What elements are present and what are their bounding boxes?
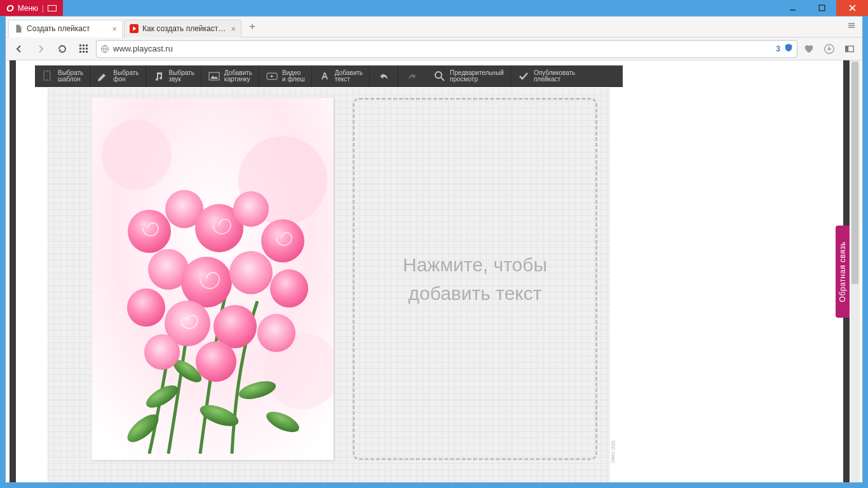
svg-rect-5 (79, 44, 81, 46)
app-menu-button[interactable]: O Меню | (0, 0, 63, 16)
svg-line-22 (441, 78, 444, 81)
undo-icon (377, 70, 390, 83)
url-input[interactable] (113, 44, 772, 53)
tab-title: Создать плейкаст (27, 24, 108, 33)
maximize-button[interactable] (807, 0, 836, 16)
brush-icon (97, 70, 109, 83)
svg-rect-12 (83, 51, 85, 53)
youtube-icon (130, 24, 139, 33)
svg-rect-19 (209, 72, 219, 80)
image-icon (208, 70, 220, 83)
choose-background-button[interactable]: Выбратьфон (90, 65, 146, 87)
reload-button[interactable] (53, 39, 72, 58)
tab-close-icon[interactable]: × (112, 24, 117, 34)
video-icon (266, 70, 278, 83)
blocked-count: 3 (776, 44, 780, 53)
image-slot[interactable] (92, 98, 334, 460)
svg-point-24 (102, 120, 172, 190)
add-text-button[interactable]: Добавитьтекст (312, 65, 370, 87)
new-tab-button[interactable]: + (244, 18, 261, 35)
svg-rect-13 (86, 51, 88, 53)
forward-button[interactable] (31, 39, 50, 58)
tabstrip: Создать плейкаст × Как создать плейкаст … (6, 17, 862, 37)
preview-button[interactable]: Предварительныйпросмотр (427, 65, 511, 87)
publish-button[interactable]: Опубликоватьплейкаст (511, 65, 581, 87)
ruler-label: 950 пикс (610, 440, 616, 463)
tab-menu-button[interactable] (847, 21, 856, 32)
svg-point-39 (181, 257, 232, 308)
text-placeholder: Нажмите, чтобыдобавить текст (403, 250, 547, 308)
svg-rect-7 (86, 44, 88, 46)
svg-point-47 (196, 341, 236, 382)
heart-button[interactable] (800, 40, 818, 58)
shield-icon[interactable] (784, 43, 793, 55)
svg-rect-17 (846, 46, 849, 51)
svg-rect-9 (83, 48, 85, 50)
magnifier-icon (433, 70, 446, 83)
url-field[interactable]: 3 (96, 40, 797, 58)
back-button[interactable] (10, 39, 29, 58)
svg-point-41 (270, 269, 308, 308)
roses-image (92, 98, 334, 460)
svg-rect-11 (79, 51, 81, 53)
vertical-scrollbar[interactable] (850, 60, 860, 482)
choose-template-button[interactable]: Выбратьшаблон (35, 65, 90, 87)
document-icon (14, 24, 23, 33)
minimize-button[interactable] (778, 0, 807, 16)
globe-icon (100, 44, 109, 53)
template-icon (41, 70, 54, 83)
svg-point-37 (261, 219, 304, 262)
svg-rect-18 (44, 71, 50, 80)
flag-icon (48, 5, 57, 11)
svg-rect-10 (86, 48, 88, 50)
svg-point-36 (233, 191, 269, 227)
svg-point-46 (144, 334, 180, 370)
svg-rect-8 (79, 48, 81, 50)
tab-active[interactable]: Создать плейкаст × (8, 20, 123, 37)
feedback-tab[interactable]: Обратная связь (836, 226, 850, 318)
svg-point-45 (257, 314, 295, 352)
tab-close-icon[interactable]: × (231, 24, 236, 34)
tab-inactive[interactable]: Как создать плейкаст - Yo × (124, 20, 241, 37)
tab-title: Как создать плейкаст - Yo (142, 24, 227, 33)
menu-label: Меню (18, 4, 38, 13)
editor-toolbar: Выбратьшаблон Выбратьфон Выбратьзвук Доб… (35, 65, 623, 87)
choose-sound-button[interactable]: Выбратьзвук (146, 65, 201, 87)
text-slot[interactable]: Нажмите, чтобыдобавить текст (353, 98, 597, 460)
page-border-left (10, 60, 16, 482)
address-bar: 3 (6, 37, 862, 60)
add-image-button[interactable]: Добавитькартинку (201, 65, 259, 87)
speed-dial-button[interactable] (74, 39, 93, 58)
svg-point-21 (435, 72, 442, 78)
sidebar-toggle-button[interactable] (841, 40, 858, 58)
add-video-button[interactable]: Видеои флеш (259, 65, 312, 87)
redo-icon (406, 70, 419, 83)
undo-button[interactable] (370, 65, 398, 87)
svg-rect-1 (819, 5, 825, 11)
scrollbar-thumb[interactable] (851, 62, 858, 284)
svg-point-40 (229, 251, 273, 294)
download-button[interactable] (820, 40, 838, 58)
page-viewport: Выбратьшаблон Выбратьфон Выбратьзвук Доб… (6, 60, 862, 482)
check-icon (517, 70, 530, 83)
close-button[interactable] (836, 0, 868, 16)
opera-logo-icon: O (6, 3, 14, 13)
svg-point-33 (128, 210, 171, 253)
svg-point-42 (127, 288, 165, 327)
text-icon (318, 70, 331, 83)
editor-canvas[interactable]: Нажмите, чтобыдобавить текст 950 пикс (48, 88, 610, 482)
music-icon (153, 70, 165, 83)
feedback-label: Обратная связь (838, 241, 847, 302)
svg-rect-6 (83, 44, 85, 46)
redo-button[interactable] (398, 65, 427, 87)
